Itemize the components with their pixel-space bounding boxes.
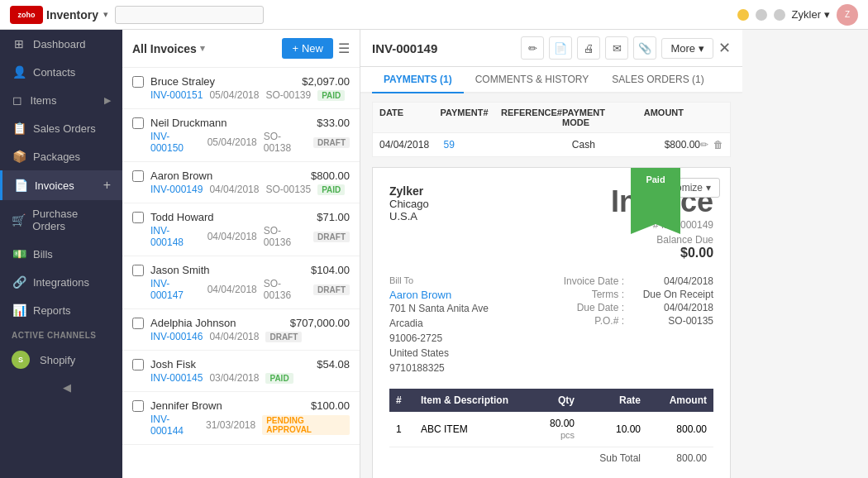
- payment-num[interactable]: 59: [444, 139, 508, 151]
- filter-button[interactable]: ☰: [338, 41, 350, 56]
- invoice-list-item[interactable]: Jason Smith $104.00 INV-000147 04/04/201…: [122, 256, 360, 309]
- edit-payment-icon[interactable]: ✏: [700, 139, 708, 151]
- sidebar-item-items[interactable]: ◻ Items ▶: [0, 86, 122, 114]
- reports-icon: 📊: [12, 304, 26, 317]
- invoice-date: 31/03/2018: [206, 419, 255, 431]
- invoice-checkbox[interactable]: [132, 212, 144, 223]
- client-address: 701 N Santa Anita AveArcadia91006-2725Un…: [389, 301, 489, 375]
- customize-chevron-icon: ▾: [706, 182, 711, 194]
- topbar: zoho Inventory ▾ Zykler ▾ Z: [0, 0, 868, 30]
- invoice-id-link[interactable]: INV-000150: [150, 131, 201, 154]
- close-button[interactable]: ✕: [718, 39, 731, 57]
- col-amount: AMOUNT: [623, 108, 684, 127]
- invoice-id-link[interactable]: INV-000147: [150, 278, 201, 301]
- sidebar-collapse-button[interactable]: ◀: [0, 376, 122, 399]
- dashboard-icon: ⊞: [12, 37, 26, 50]
- document-button[interactable]: 📄: [549, 36, 572, 60]
- user-menu[interactable]: Zykler ▾: [792, 8, 830, 21]
- invoice-document: ⚙ Customize ▾ Paid Zylker Chicago U.S.A …: [372, 167, 731, 478]
- col-qty: Qty: [515, 389, 581, 412]
- tab-payments[interactable]: PAYMENTS (1): [372, 67, 464, 93]
- sales-orders-icon: 📋: [12, 122, 26, 135]
- sidebar-item-integrations[interactable]: 🔗 Integrations: [0, 268, 122, 296]
- payments-table: DATE PAYMENT# REFERENCE# PAYMENT MODE AM…: [372, 102, 731, 157]
- invoice-checkbox[interactable]: [132, 76, 144, 88]
- invoice-checkbox[interactable]: [132, 117, 144, 129]
- from-name: Zylker: [389, 184, 429, 198]
- invoice-date: 04/04/2018: [207, 231, 257, 242]
- sidebar-item-contacts[interactable]: 👤 Contacts: [0, 58, 122, 86]
- items-icon: ◻: [12, 93, 24, 107]
- invoice-client-name: Todd Howard: [150, 211, 310, 223]
- add-invoice-button[interactable]: +: [103, 178, 111, 193]
- sidebar-item-packages[interactable]: 📦 Packages: [0, 142, 122, 170]
- invoice-status-badge: DRAFT: [313, 137, 350, 148]
- sidebar-item-reports[interactable]: 📊 Reports: [0, 296, 122, 324]
- invoice-date: 04/04/2018: [209, 331, 259, 342]
- invoice-checkbox[interactable]: [132, 170, 144, 182]
- invoice-client-name: Neil Druckmann: [150, 117, 310, 129]
- invoice-id-link[interactable]: INV-000144: [150, 413, 199, 437]
- status-dot-1: [737, 9, 749, 21]
- invoice-list-item[interactable]: Adelphia Johnson $707,000.00 INV-000146 …: [122, 309, 360, 351]
- sidebar-item-dashboard[interactable]: ⊞ Dashboard: [0, 30, 122, 58]
- invoice-id-link[interactable]: INV-000151: [150, 89, 203, 101]
- sidebar-item-label: Integrations: [33, 276, 89, 289]
- search-input[interactable]: [115, 6, 264, 24]
- invoice-id-link[interactable]: INV-000149: [150, 184, 203, 195]
- invoice-checkbox[interactable]: [132, 318, 144, 329]
- sidebar-item-sales-orders[interactable]: 📋 Sales Orders: [0, 114, 122, 142]
- attach-button[interactable]: 📎: [633, 36, 656, 60]
- balance-due-amount: $0.00: [611, 246, 713, 261]
- invoice-list-item[interactable]: Jennifer Brown $100.00 INV-000144 31/03/…: [122, 392, 360, 445]
- invoice-checkbox[interactable]: [132, 265, 144, 276]
- print-button[interactable]: 🖨: [577, 36, 600, 60]
- row-qty: 80.00pcs: [515, 412, 581, 447]
- list-actions: + New ☰: [282, 38, 350, 59]
- invoice-amount: $2,097.00: [302, 75, 350, 88]
- col-num: #: [389, 389, 414, 412]
- tab-comments[interactable]: COMMENTS & HISTORY: [464, 67, 601, 93]
- sidebar-item-bills[interactable]: 💵 Bills: [0, 240, 122, 268]
- more-button[interactable]: More ▾: [661, 38, 713, 59]
- invoice-list-item[interactable]: Todd Howard $71.00 INV-000148 04/04/2018…: [122, 203, 360, 256]
- invoice-list-item[interactable]: Neil Druckmann $33.00 INV-000150 05/04/2…: [122, 109, 360, 162]
- collapse-icon: ◀: [63, 381, 71, 394]
- meta-terms: Terms : Due On Receipt: [541, 289, 713, 300]
- items-row: Items ▶: [31, 94, 111, 107]
- detail-panel: INV-000149 ✏ 📄 🖨 ✉ 📎 More ▾ ✕ PAYMENTS (…: [360, 30, 742, 478]
- sidebar-item-shopify[interactable]: S Shopify: [0, 343, 122, 376]
- table-row: 1 ABC ITEM 80.00pcs 10.00 800.00: [389, 412, 713, 447]
- sidebar-item-label: Dashboard: [33, 38, 86, 50]
- invoice-list-item[interactable]: Josh Fisk $54.08 INV-000145 03/04/2018 P…: [122, 351, 360, 392]
- invoice-id-link[interactable]: INV-000146: [150, 331, 203, 342]
- contacts-icon: 👤: [12, 65, 26, 79]
- list-title: All Invoices ▾: [132, 42, 205, 55]
- sidebar-item-invoices[interactable]: 📄 Invoices +: [0, 170, 122, 200]
- invoice-status-badge: PAID: [265, 373, 293, 384]
- delete-payment-icon[interactable]: 🗑: [713, 139, 723, 151]
- invoice-client-name: Bruce Straley: [150, 75, 295, 88]
- invoice-checkbox[interactable]: [132, 359, 144, 370]
- user-chevron: ▾: [824, 8, 830, 21]
- subtotal-row: Sub Total 800.00: [389, 447, 713, 469]
- invoice-checkbox[interactable]: [132, 400, 144, 412]
- sidebar-item-label: Contacts: [33, 66, 75, 79]
- invoice-amount: $104.00: [311, 264, 350, 276]
- invoice-list-item[interactable]: Bruce Straley $2,097.00 INV-000151 05/04…: [122, 68, 360, 109]
- invoice-amount: $100.00: [311, 399, 350, 412]
- invoice-date: 05/04/2018: [209, 89, 259, 101]
- invoice-id-link[interactable]: INV-000145: [150, 372, 203, 384]
- invoice-list-item[interactable]: Aaron Brown $800.00 INV-000149 04/04/201…: [122, 162, 360, 203]
- logo-icon: zoho: [10, 6, 43, 24]
- mail-button[interactable]: ✉: [605, 36, 628, 60]
- tab-sales-orders[interactable]: SALES ORDERS (1): [600, 67, 715, 93]
- new-invoice-button[interactable]: + New: [282, 38, 333, 59]
- inv-due-date-val: 04/04/2018: [631, 302, 713, 313]
- invoice-status-badge: DRAFT: [265, 332, 302, 342]
- sidebar-item-purchase-orders[interactable]: 🛒 Purchase Orders: [0, 200, 122, 240]
- invoice-id-link[interactable]: INV-000148: [150, 225, 201, 248]
- new-icon: +: [292, 42, 298, 55]
- edit-button[interactable]: ✏: [521, 36, 544, 60]
- invoice-so: SO-00136: [264, 225, 307, 248]
